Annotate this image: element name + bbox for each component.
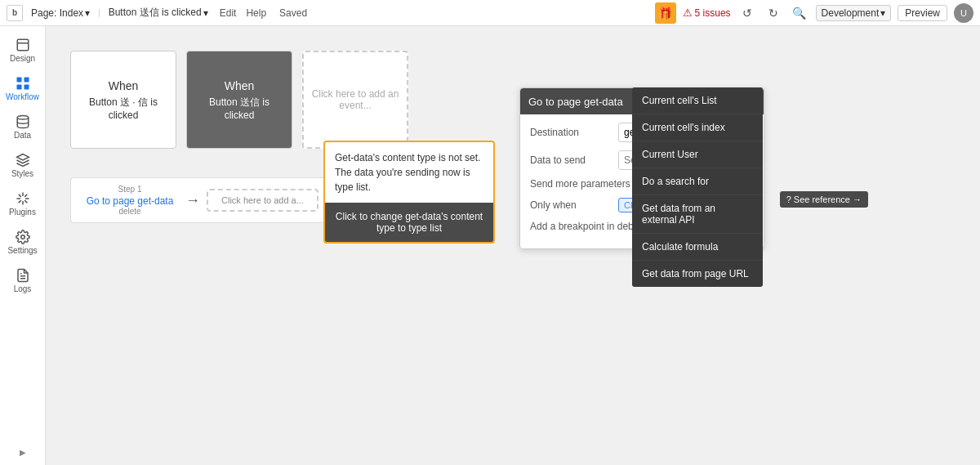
dev-chevron-icon [880,7,885,19]
logs-label: Logs [14,284,32,293]
svg-point-7 [20,235,24,239]
sidebar-item-logs[interactable]: Logs [3,263,42,298]
dropdown-item-0[interactable]: Current cell's List [632,87,763,114]
step-connector-arrow: → [185,192,200,209]
sidebar-item-workflow[interactable]: Workflow [3,71,42,106]
when-card-1-title: When [109,79,139,92]
svg-point-6 [17,116,29,120]
dropdown-item-3[interactable]: Do a search for [632,168,763,195]
design-icon [16,38,30,52]
when-card-2[interactable]: When Button 送信 is clicked [186,51,292,149]
sidebar: Design Workflow Data Styles Plugins Sett… [0,26,46,465]
svg-rect-4 [16,85,21,90]
styles-label: Styles [11,169,33,178]
data-to-send-label: Data to send [530,154,612,166]
workflow-canvas: When Button 送 · 信 is clicked When Button… [46,26,980,465]
step-delete-button[interactable]: delete [118,207,140,216]
svg-rect-0 [17,39,29,51]
trigger-selector[interactable]: Button 送信 is clicked [105,4,212,21]
topbar-right: 🎁 ⚠ 5 issues ↺ ↻ 🔍 Development Preview U [655,2,973,24]
trigger-chevron-icon [203,7,208,19]
sidebar-item-plugins[interactable]: Plugins [3,186,42,221]
warning-box-button[interactable]: Click to change get-data's content type … [325,203,493,242]
gift-icon[interactable]: 🎁 [655,2,676,24]
settings-label: Settings [7,246,37,255]
sidebar-item-data[interactable]: Data [3,110,42,145]
help-menu[interactable]: Help [246,7,266,19]
dropdown-item-5[interactable]: Calculate formula [632,234,763,261]
plugins-icon [16,191,30,206]
add-event-label: Click here to add an event... [310,88,400,111]
dropdown-item-1[interactable]: Current cell's index [632,114,763,141]
dropdown-list: Current cell's List Current cell's index… [632,87,763,287]
edit-menu[interactable]: Edit [220,7,237,19]
warning-box: Get-data's content type is not set. The … [323,141,495,244]
when-card-2-subtitle: Button 送信 is clicked [194,96,285,121]
step-title[interactable]: Go to page get-data [87,195,174,207]
step-card: Step 1 Go to page get-data delete [81,185,179,216]
page-selector[interactable]: Page: Index [28,6,93,20]
dropdown-item-4[interactable]: Get data from an external API [632,195,763,234]
svg-rect-3 [24,78,29,83]
see-reference-button[interactable]: ? See reference → [780,191,868,208]
warning-icon: ⚠ [683,7,693,19]
undo-button[interactable]: ↺ [737,3,757,23]
redo-button[interactable]: ↻ [764,3,783,23]
app-logo: b [7,5,23,21]
dev-mode-selector[interactable]: Development [816,5,892,21]
when-cards-row: When Button 送 · 信 is clicked When Button… [70,51,408,149]
canvas-area: When Button 送 · 信 is clicked When Button… [46,26,980,465]
logs-icon [16,268,30,283]
when-card-2-title: When [225,79,255,92]
destination-label: Destination [530,127,612,138]
main-layout: Design Workflow Data Styles Plugins Sett… [0,26,980,465]
when-card-1[interactable]: When Button 送 · 信 is clicked [70,51,176,149]
send-more-label: Send more parameters t [530,178,635,190]
svg-rect-2 [16,78,21,83]
search-button[interactable]: 🔍 [790,3,809,23]
when-card-1-subtitle: Button 送 · 信 is clicked [78,96,169,121]
step-label: Step 1 [118,185,142,194]
dropdown-item-6[interactable]: Get data from page URL [632,261,763,287]
issues-badge[interactable]: ⚠ 5 issues [683,7,731,19]
sidebar-item-settings[interactable]: Settings [3,225,42,260]
saved-status: Saved [279,7,307,19]
settings-icon [16,230,30,244]
topbar: b Page: Index | Button 送信 is clicked Edi… [0,0,980,26]
add-step-button[interactable]: Click here to add a... [207,189,318,212]
svg-rect-5 [24,85,29,90]
sidebar-collapse-button[interactable]: ▶ [16,445,29,458]
workflow-label: Workflow [6,92,39,101]
dropdown-item-2[interactable]: Current User [632,141,763,168]
plugins-label: Plugins [9,208,36,217]
design-label: Design [10,54,35,63]
avatar: U [954,3,973,23]
when-card-add[interactable]: Click here to add an event... [302,51,408,149]
page-chevron-icon [85,7,90,19]
breakpoint-label: Add a breakpoint in deb [530,221,634,232]
only-when-label: Only when [530,199,612,211]
styles-icon [16,153,30,168]
sidebar-item-styles[interactable]: Styles [3,148,42,183]
topbar-actions: Edit Help Saved [220,7,307,19]
workflow-icon [16,76,30,91]
sidebar-item-design[interactable]: Design [3,33,42,68]
data-icon [16,114,30,129]
data-label: Data [14,131,31,140]
preview-button[interactable]: Preview [898,5,947,21]
warning-box-text: Get-data's content type is not set. The … [325,142,493,203]
